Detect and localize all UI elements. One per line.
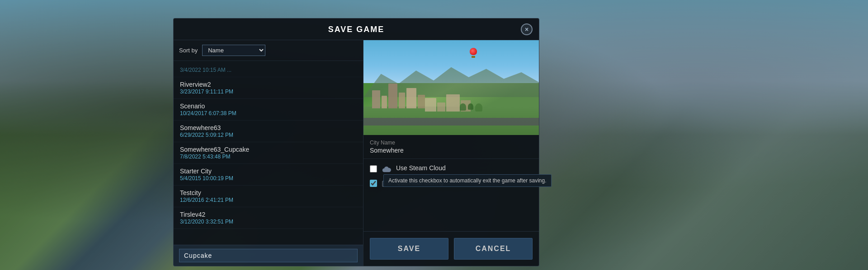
list-item[interactable]: Somewhere63 6/29/2022 5:09:12 PM [174,121,363,142]
close-button[interactable]: × [521,23,533,35]
save-item-name: Scenario [180,102,357,110]
dialog-body: Sort by Name 3/4/2022 10:15 AM ... River… [174,40,539,266]
save-item-date: 10/24/2017 6:07:38 PM [180,110,357,116]
sort-bar: Sort by Name [174,40,363,61]
options-section: Use Steam Cloud Activate this checkbox t… [363,159,539,231]
balloon-icon [469,48,477,58]
save-item-name: Testcity [180,189,357,196]
save-item-date: 3/23/2017 9:11:11 PM [180,88,357,95]
list-item[interactable]: 3/4/2022 10:15 AM ... [174,63,363,77]
save-item-date: 5/4/2015 10:00:19 PM [180,175,357,182]
svg-rect-0 [382,181,388,186]
sort-select[interactable]: Name [202,45,265,56]
list-item[interactable]: Tirslev42 3/12/2020 3:32:51 PM [174,207,363,229]
steam-cloud-checkbox[interactable] [370,165,377,172]
steam-cloud-label: Use Steam Cloud [396,164,446,172]
dialog-header: SAVE GAME × [174,19,539,40]
list-item[interactable]: Testcity 12/6/2016 2:41:21 PM [174,186,363,207]
save-item-name: Tirslev42 [180,211,357,218]
dialog-title: SAVE GAME [328,25,385,34]
save-preview-image [363,40,539,135]
save-item-date: 3/12/2020 3:32:51 PM [180,219,357,225]
quit-after-saving-option: Quit After Saving [370,179,533,189]
new-save-name-input[interactable] [179,249,358,262]
list-item[interactable]: Starter City 5/4/2015 10:00:19 PM [174,164,363,186]
list-item[interactable]: Scenario 10/24/2017 6:07:38 PM [174,99,363,121]
save-item-name: Somewhere63 [180,124,357,131]
new-save-bar [174,245,363,266]
list-item[interactable]: Somewhere63_Cupcake 7/8/2022 5:43:48 PM [174,142,363,164]
list-item[interactable]: Riverview2 3/23/2017 9:11:11 PM [174,77,363,99]
save-item-date: 6/29/2022 5:09:12 PM [180,132,357,138]
save-item-name: Riverview2 [180,81,357,88]
quit-after-saving-label: Quit After Saving [396,179,443,186]
cancel-button[interactable]: CANCEL [454,238,533,260]
save-item-name: Somewhere63_Cupcake [180,146,357,153]
action-buttons: SAVE CANCEL [363,231,539,266]
steam-cloud-option: Use Steam Cloud Activate this checkbox t… [370,164,533,174]
save-detail-panel: City Name Somewhere Use Steam Cloud Acti… [363,40,539,266]
save-list-scroll[interactable]: 3/4/2022 10:15 AM ... Riverview2 3/23/20… [174,61,363,245]
save-item-name: Starter City [180,168,357,175]
save-item-date: 12/6/2016 2:41:21 PM [180,197,357,203]
save-list-panel: Sort by Name 3/4/2022 10:15 AM ... River… [174,40,363,266]
sort-label: Sort by [179,47,198,54]
save-item-date: 7/8/2022 5:43:48 PM [180,154,357,160]
city-name-label: City Name [370,140,533,146]
city-name-value: Somewhere [370,147,533,154]
city-info: City Name Somewhere [363,135,539,159]
save-game-dialog: SAVE GAME × Sort by Name 3/4/2022 10:15 … [173,18,539,266]
quit-after-saving-checkbox[interactable] [370,180,377,187]
save-button[interactable]: SAVE [370,238,448,260]
exit-icon [382,179,392,189]
save-item-date: 3/4/2022 10:15 AM ... [180,67,357,73]
cloud-icon [382,164,392,174]
